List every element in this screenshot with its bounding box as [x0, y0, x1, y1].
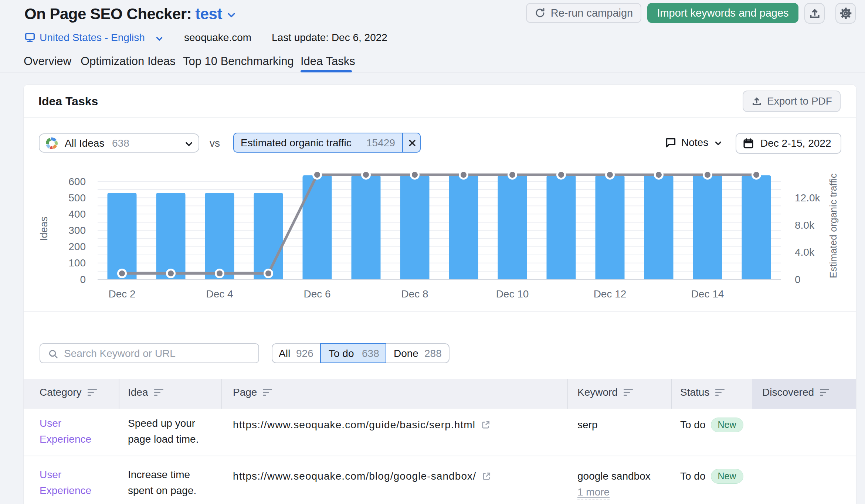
svg-text:Estimated organic traffic: Estimated organic traffic [828, 173, 839, 278]
svg-text:300: 300 [68, 225, 86, 236]
svg-text:Dec 4: Dec 4 [206, 288, 233, 300]
svg-text:400: 400 [68, 208, 86, 220]
svg-text:200: 200 [68, 241, 86, 252]
svg-text:Dec 6: Dec 6 [303, 288, 330, 300]
svg-text:0: 0 [795, 274, 801, 285]
svg-text:Dec 2: Dec 2 [108, 288, 135, 300]
svg-text:Dec 12: Dec 12 [594, 288, 627, 300]
svg-text:100: 100 [68, 257, 86, 269]
svg-text:600: 600 [68, 176, 86, 187]
svg-text:Ideas: Ideas [38, 217, 50, 241]
svg-text:Dec 10: Dec 10 [496, 288, 529, 300]
svg-text:500: 500 [68, 192, 86, 204]
svg-text:8.0k: 8.0k [795, 219, 815, 231]
svg-text:12.0k: 12.0k [795, 192, 820, 204]
svg-text:Dec 8: Dec 8 [401, 288, 428, 300]
svg-text:0: 0 [80, 274, 86, 285]
svg-text:4.0k: 4.0k [795, 246, 815, 258]
svg-text:Dec 14: Dec 14 [691, 288, 724, 300]
